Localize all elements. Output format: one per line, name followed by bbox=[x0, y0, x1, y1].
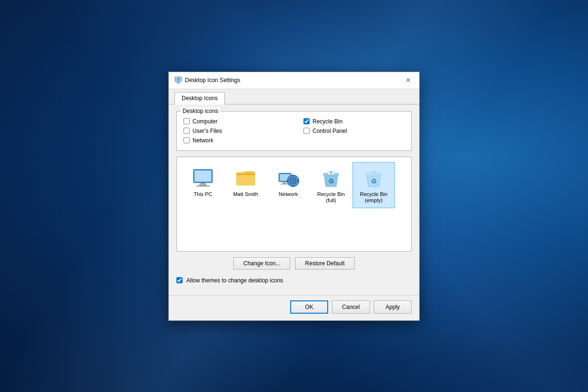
tab-desktop-icons[interactable]: Desktop Icons bbox=[175, 92, 225, 104]
checkbox-control-input[interactable] bbox=[303, 128, 310, 134]
checkbox-recycle[interactable]: Recycle Bin bbox=[303, 118, 404, 125]
checkbox-recycle-label: Recycle Bin bbox=[312, 118, 342, 125]
cancel-button[interactable]: Cancel bbox=[332, 300, 370, 314]
checkbox-computer[interactable]: Computer bbox=[184, 118, 285, 125]
svg-point-5 bbox=[178, 79, 179, 80]
svg-rect-1 bbox=[177, 82, 180, 83]
svg-marker-11 bbox=[200, 183, 206, 184]
recycle-empty-label: Recycle Bin(empty) bbox=[360, 191, 387, 204]
icon-action-buttons: Change Icon... Restore Default bbox=[176, 257, 412, 270]
recycle-bin-full-icon: ♻ bbox=[320, 167, 342, 189]
checkbox-users-label: User's Files bbox=[193, 128, 222, 134]
checkbox-network-label: Network bbox=[193, 137, 213, 144]
matt-smith-icon bbox=[234, 167, 257, 189]
svg-rect-27 bbox=[372, 171, 376, 174]
svg-rect-14 bbox=[283, 182, 286, 184]
checkbox-computer-label: Computer bbox=[193, 118, 218, 125]
svg-rect-15 bbox=[281, 184, 288, 185]
recycle-bin-empty-icon: ♻ bbox=[362, 167, 385, 189]
icon-item-network[interactable]: Network bbox=[267, 162, 310, 202]
svg-text:♻: ♻ bbox=[328, 177, 334, 185]
network-label: Network bbox=[279, 191, 298, 197]
matt-smith-label: Matt Smith bbox=[233, 191, 258, 197]
checkbox-network-input[interactable] bbox=[184, 137, 190, 143]
this-pc-label: This PC bbox=[193, 191, 212, 197]
dialog: Desktop Icon Settings ✕ Desktop Icons De… bbox=[168, 72, 420, 321]
checkbox-users-files[interactable]: User's Files bbox=[184, 128, 285, 134]
desktop-settings-icon bbox=[175, 76, 182, 84]
checkbox-recycle-input[interactable] bbox=[303, 118, 310, 124]
title-bar-left: Desktop Icon Settings bbox=[175, 76, 240, 84]
icon-item-this-pc[interactable]: This PC bbox=[182, 162, 224, 202]
checkbox-computer-input[interactable] bbox=[184, 118, 190, 124]
checkbox-control-panel[interactable]: Control Panel bbox=[303, 128, 404, 134]
icon-item-recycle-full[interactable]: ♻ Recycle Bin(full) bbox=[310, 162, 352, 208]
group-label: Desktop icons bbox=[181, 108, 220, 114]
restore-default-button[interactable]: Restore Default bbox=[295, 257, 354, 270]
close-button[interactable]: ✕ bbox=[397, 74, 419, 87]
checkboxes-grid: Computer Recycle Bin User's Files Contro… bbox=[184, 116, 404, 144]
desktop-icons-group: Desktop icons Computer Recycle Bin User'… bbox=[176, 111, 412, 151]
recycle-full-label: Recycle Bin(full) bbox=[317, 191, 345, 204]
svg-rect-9 bbox=[196, 186, 210, 187]
dialog-content: Desktop icons Computer Recycle Bin User'… bbox=[169, 104, 419, 295]
checkbox-network[interactable]: Network bbox=[184, 137, 285, 144]
allow-themes-row: Allow themes to change desktop icons bbox=[176, 275, 412, 289]
svg-text:♻: ♻ bbox=[371, 177, 377, 185]
tab-bar: Desktop Icons bbox=[169, 89, 419, 104]
this-pc-icon bbox=[192, 167, 214, 189]
checkbox-users-input[interactable] bbox=[184, 128, 190, 134]
change-icon-button[interactable]: Change Icon... bbox=[233, 257, 290, 270]
svg-rect-24 bbox=[328, 172, 331, 175]
svg-rect-10 bbox=[195, 171, 211, 181]
icon-item-matt-smith[interactable]: Matt Smith bbox=[224, 162, 267, 202]
allow-themes-label: Allow themes to change desktop icons bbox=[186, 277, 283, 284]
dialog-title: Desktop Icon Settings bbox=[185, 77, 240, 84]
svg-rect-25 bbox=[332, 172, 335, 175]
checkbox-control-label: Control Panel bbox=[312, 128, 347, 134]
svg-rect-2 bbox=[176, 83, 181, 84]
footer-buttons: OK Cancel Apply bbox=[169, 295, 419, 320]
svg-rect-8 bbox=[199, 184, 207, 186]
icon-item-recycle-empty[interactable]: ♻ Recycle Bin(empty) bbox=[352, 162, 395, 208]
network-icon bbox=[277, 167, 300, 189]
ok-button[interactable]: OK bbox=[290, 300, 328, 314]
allow-themes-checkbox[interactable] bbox=[176, 277, 183, 283]
apply-button[interactable]: Apply bbox=[374, 300, 412, 314]
title-bar: Desktop Icon Settings ✕ bbox=[169, 72, 419, 89]
icon-picker: This PC Matt Smith bbox=[176, 157, 412, 252]
